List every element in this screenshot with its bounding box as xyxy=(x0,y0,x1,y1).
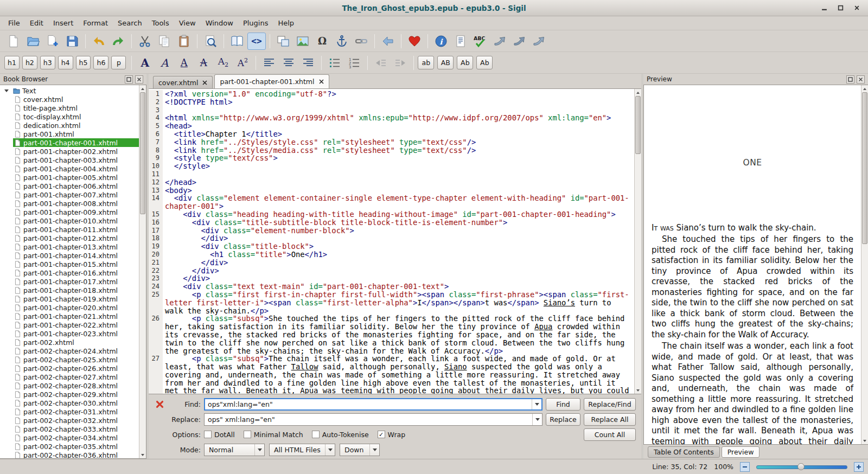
menu-plugins[interactable]: Plugins xyxy=(238,17,273,29)
zoom-in-button[interactable] xyxy=(854,462,864,472)
titlecase-button[interactable]: Ab xyxy=(457,56,473,69)
close-button[interactable] xyxy=(852,3,861,13)
find-replace-button[interactable] xyxy=(201,33,220,50)
preview-window-button[interactable] xyxy=(274,33,292,50)
minimize-button[interactable] xyxy=(819,3,829,13)
insert-link-button[interactable] xyxy=(352,33,371,50)
redo-button[interactable] xyxy=(109,33,127,50)
replace-all-button[interactable]: Replace All xyxy=(584,413,636,426)
zoom-slider-handle[interactable] xyxy=(797,463,805,470)
align-center-button[interactable] xyxy=(279,54,298,72)
menu-search[interactable]: Search xyxy=(113,17,147,29)
automate-1-button[interactable] xyxy=(490,33,509,50)
float-panel-button[interactable] xyxy=(125,75,133,84)
option-minimal-match[interactable]: Minimal Match xyxy=(244,431,303,439)
lowercase-button[interactable]: ab xyxy=(418,56,434,69)
insert-image-button[interactable] xyxy=(293,33,312,50)
capitalize-button[interactable]: Ab xyxy=(476,56,493,69)
scrollbar-thumb[interactable] xyxy=(635,96,641,154)
uppercase-button[interactable]: AB xyxy=(437,56,454,69)
file-item-part-002-chapter-034.xhtml[interactable]: part-002-chapter-034.xhtml xyxy=(0,433,139,442)
chevron-down-icon[interactable] xyxy=(532,414,542,425)
subscript-button[interactable]: A2 xyxy=(214,54,232,72)
file-item-part-002-chapter-030.xhtml[interactable]: part-002-chapter-030.xhtml xyxy=(0,399,139,407)
metadata-info-button[interactable]: i xyxy=(432,33,450,50)
file-item-part-002-chapter-035.xhtml[interactable]: part-002-chapter-035.xhtml xyxy=(0,442,139,451)
file-item-toc-display.xhtml[interactable]: toc-display.xhtml xyxy=(0,112,139,121)
file-item-part-002-chapter-027.xhtml[interactable]: part-002-chapter-027.xhtml xyxy=(0,373,139,381)
save-button[interactable] xyxy=(63,33,81,50)
replace-find-button[interactable]: Replace/Find xyxy=(584,398,636,411)
close-panel-button[interactable] xyxy=(135,75,143,84)
indent-button[interactable] xyxy=(391,54,410,72)
file-item-part-002-chapter-024.xhtml[interactable]: part-002-chapter-024.xhtml xyxy=(0,347,139,355)
heading-h2-button[interactable]: h2 xyxy=(22,56,37,69)
file-item-part-001-chapter-010.xhtml[interactable]: part-001-chapter-010.xhtml xyxy=(0,216,139,225)
underline-button[interactable]: A xyxy=(175,54,193,72)
file-item-part-002-chapter-032.xhtml[interactable]: part-002-chapter-032.xhtml xyxy=(0,416,139,425)
menu-window[interactable]: Window xyxy=(201,17,238,29)
preview-tab-preview[interactable]: Preview xyxy=(722,446,760,458)
file-item-dedication.xhtml[interactable]: dedication.xhtml xyxy=(0,121,139,130)
tab-close-icon[interactable] xyxy=(202,79,207,87)
new-file-button[interactable] xyxy=(4,33,23,50)
tab-close-icon[interactable] xyxy=(319,78,324,86)
numbered-list-button[interactable]: 123 xyxy=(345,54,363,72)
add-existing-file-button[interactable] xyxy=(43,33,62,50)
file-item-part-002-chapter-026.xhtml[interactable]: part-002-chapter-026.xhtml xyxy=(0,364,139,373)
file-item-part-001-chapter-012.xhtml[interactable]: part-001-chapter-012.xhtml xyxy=(0,234,139,242)
italic-button[interactable]: A xyxy=(155,54,174,72)
code-view-button[interactable]: <> xyxy=(247,33,266,50)
book-view-button[interactable] xyxy=(228,33,246,50)
menu-insert[interactable]: Insert xyxy=(48,17,78,29)
heading-h4-button[interactable]: h4 xyxy=(58,56,73,69)
file-item-part-001-chapter-019.xhtml[interactable]: part-001-chapter-019.xhtml xyxy=(0,294,139,303)
file-item-part-001-chapter-022.xhtml[interactable]: part-001-chapter-022.xhtml xyxy=(0,321,139,329)
option-wrap[interactable]: ✓Wrap xyxy=(378,431,406,439)
scroll-up-icon[interactable] xyxy=(139,85,146,92)
zoom-slider[interactable] xyxy=(756,462,847,472)
special-character-button[interactable]: Ω xyxy=(313,33,331,50)
paste-button[interactable] xyxy=(175,33,193,50)
close-find-replace-button[interactable] xyxy=(153,398,166,411)
file-item-part-002-chapter-025.xhtml[interactable]: part-002-chapter-025.xhtml xyxy=(0,355,139,364)
heading-h3-button[interactable]: h3 xyxy=(40,56,55,69)
clips-button[interactable] xyxy=(451,33,470,50)
find-button[interactable]: Find xyxy=(546,398,580,411)
file-item-part-002-chapter-033.xhtml[interactable]: part-002-chapter-033.xhtml xyxy=(0,425,139,433)
copy-button[interactable] xyxy=(155,33,174,50)
undo-button[interactable] xyxy=(90,33,108,50)
zoom-out-button[interactable] xyxy=(740,462,750,472)
scrollbar-thumb[interactable] xyxy=(140,92,145,214)
file-item-part-001-chapter-014.xhtml[interactable]: part-001-chapter-014.xhtml xyxy=(0,251,139,260)
replace-input[interactable]: ops" xml:lang="en" xyxy=(204,413,542,426)
file-item-part-001-chapter-023.xhtml[interactable]: part-001-chapter-023.xhtml xyxy=(0,329,139,338)
file-item-part-001-chapter-001.xhtml[interactable]: part-001-chapter-001.xhtml xyxy=(0,138,139,147)
tab-part-001-chapter-001.xhtml[interactable]: part-001-chapter-001.xhtml xyxy=(214,74,329,88)
code-editor[interactable]: 1<?xml version="1.0" encoding="utf-8"?>2… xyxy=(149,89,634,394)
file-item-part-001-chapter-002.xhtml[interactable]: part-001-chapter-002.xhtml xyxy=(0,147,139,156)
file-item-part-001-chapter-005.xhtml[interactable]: part-001-chapter-005.xhtml xyxy=(0,173,139,182)
scroll-up-icon[interactable] xyxy=(635,89,641,96)
file-item-cover.xhtml[interactable]: cover.xhtml xyxy=(0,95,139,104)
align-right-button[interactable] xyxy=(299,54,317,72)
file-item-part-002.xhtml[interactable]: part-002.xhtml xyxy=(0,338,139,347)
outdent-button[interactable] xyxy=(372,54,390,72)
count-all-button[interactable]: Count All xyxy=(584,428,636,441)
mode-select-1[interactable]: All HTML Files xyxy=(269,444,335,456)
replace-button[interactable]: Replace xyxy=(546,413,580,426)
option-dotall[interactable]: DotAll xyxy=(204,431,235,439)
bold-button[interactable]: A xyxy=(136,54,154,72)
tree-folder-text[interactable]: Text xyxy=(0,86,139,95)
file-item-part-002-chapter-029.xhtml[interactable]: part-002-chapter-029.xhtml xyxy=(0,390,139,399)
scroll-down-icon[interactable] xyxy=(861,437,868,444)
strikethrough-button[interactable]: A xyxy=(194,54,213,72)
menu-file[interactable]: File xyxy=(3,17,25,29)
file-item-part-001-chapter-018.xhtml[interactable]: part-001-chapter-018.xhtml xyxy=(0,286,139,294)
mode-select-2[interactable]: Down xyxy=(340,444,380,456)
menu-view[interactable]: View xyxy=(174,17,201,29)
file-item-part-001-chapter-015.xhtml[interactable]: part-001-chapter-015.xhtml xyxy=(0,260,139,268)
heading-h6-button[interactable]: h6 xyxy=(93,56,108,69)
file-item-part-001-chapter-006.xhtml[interactable]: part-001-chapter-006.xhtml xyxy=(0,182,139,190)
cut-button[interactable] xyxy=(136,33,154,50)
